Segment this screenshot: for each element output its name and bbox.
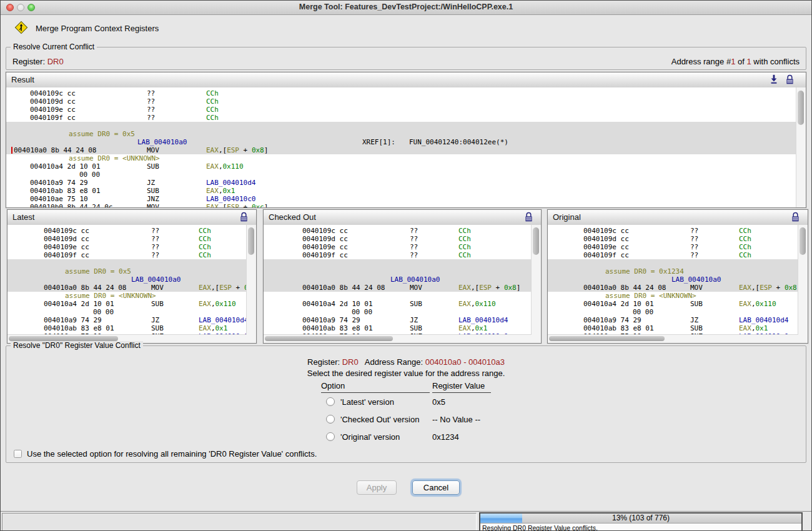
checked-out-pane-body: 0040109c cc??CCh0040109d cc??CCh0040109e…	[264, 225, 541, 343]
cancel-button[interactable]: Cancel	[412, 480, 460, 495]
merge-tool-window: Merge Tool: Features_DevTestProject:/Win…	[0, 0, 812, 531]
result-pane-title: Result	[11, 75, 34, 84]
result-pane: Result 0040109c cc??CCh0040109	[6, 72, 806, 208]
conflict-summary: Register: DR0 Address Range: 004010a0 - …	[6, 357, 806, 367]
original-vertical-scrollbar[interactable]	[798, 225, 808, 343]
instruction-text: Select the desired register value for th…	[6, 369, 806, 378]
apply-button[interactable]: Apply	[357, 480, 397, 495]
checked-out-pane-title: Checked Out	[269, 212, 316, 222]
lock-icon[interactable]	[791, 212, 801, 223]
checked-out-version-radio[interactable]	[326, 415, 335, 424]
checked-out-horizontal-scrollbar[interactable]	[264, 334, 532, 343]
option-checked-out[interactable]: 'Checked Out' version	[326, 414, 419, 424]
resolve-conflict-group: Resolve "DR0" Register Value Conflict Re…	[6, 345, 806, 463]
checked-out-register-value: -- No Value --	[432, 415, 480, 424]
register-name: DR0	[47, 57, 64, 66]
resolve-current-conflict-group: Resolve Current Conflict Register: DR0 A…	[6, 47, 806, 70]
scrollbar-thumb[interactable]	[248, 227, 254, 255]
latest-vertical-scrollbar[interactable]	[246, 225, 256, 343]
original-pane: Original 0040109c cc??CCh0040109d cc??CC…	[547, 209, 808, 344]
checked-out-vertical-scrollbar[interactable]	[531, 225, 541, 343]
status-message-area	[2, 513, 477, 531]
progress-panel: 13% (103 of 776) Resolving DR0 Register …	[479, 512, 803, 530]
phase-header: Merge Program Context Registers	[14, 21, 159, 35]
statusbar-divider	[1, 511, 811, 512]
progress-bar: 13% (103 of 776)	[480, 514, 801, 524]
lock-icon[interactable]	[240, 212, 250, 223]
merge-icon	[14, 21, 28, 36]
address-range: 004010a0 - 004010a3	[425, 357, 505, 367]
result-listing[interactable]: 0040109c cc??CCh0040109d cc??CCh0040109e…	[6, 87, 796, 207]
current-register: Register: DR0	[12, 57, 64, 66]
option-column-header: Option	[321, 381, 430, 393]
latest-register-value: 0x5	[432, 397, 445, 407]
checkbox-label[interactable]: Use the selected option for resolving al…	[27, 449, 317, 459]
option-label[interactable]: 'Latest' version	[340, 397, 394, 407]
result-pane-header: Result	[6, 72, 806, 88]
group-title: Resolve "DR0" Register Value Conflict	[11, 341, 143, 350]
scrollbar-thumb[interactable]	[798, 91, 804, 125]
original-listing[interactable]: 0040109c cc??CCh0040109d cc??CCh0040109e…	[548, 225, 798, 335]
titlebar: Merge Tool: Features_DevTestProject:/Win…	[1, 1, 811, 15]
original-horizontal-scrollbar[interactable]	[548, 334, 798, 343]
scrollbar-thumb[interactable]	[549, 336, 665, 341]
result-pane-body: 0040109c cc??CCh0040109d cc??CCh0040109e…	[6, 87, 806, 207]
original-pane-title: Original	[553, 212, 581, 222]
register-value-column-header: Register Value	[432, 381, 491, 393]
latest-listing[interactable]: 0040109c cc??CCh0040109d cc??CCh0040109e…	[7, 225, 247, 335]
result-vertical-scrollbar[interactable]	[796, 87, 806, 207]
phase-title: Merge Program Context Registers	[36, 24, 159, 33]
scrollbar-thumb[interactable]	[800, 227, 806, 255]
progress-text: 13% (103 of 776)	[480, 514, 801, 523]
option-original[interactable]: 'Original' version	[326, 432, 400, 442]
original-register-value: 0x1234	[432, 432, 459, 442]
checked-out-pane: Checked Out 0040109c cc??CCh0040109d cc?…	[263, 209, 542, 344]
go-to-bottom-icon[interactable]	[770, 74, 780, 86]
lock-icon[interactable]	[525, 212, 535, 223]
latest-version-radio[interactable]	[326, 397, 335, 406]
latest-pane-title: Latest	[12, 212, 34, 222]
latest-pane-header: Latest	[7, 210, 256, 226]
window-title: Merge Tool: Features_DevTestProject:/Win…	[1, 2, 811, 11]
progress-message: Resolving DR0 Register Value conflicts.	[480, 524, 801, 531]
scrollbar-thumb[interactable]	[533, 227, 539, 255]
register-name: DR0	[342, 357, 359, 367]
original-pane-header: Original	[548, 210, 808, 226]
latest-pane: Latest 0040109c cc??CCh0040109d cc??CCh0…	[7, 209, 257, 344]
scrollbar-thumb[interactable]	[265, 336, 393, 341]
original-pane-body: 0040109c cc??CCh0040109d cc??CCh0040109e…	[548, 225, 808, 343]
option-latest[interactable]: 'Latest' version	[326, 397, 394, 407]
checked-out-listing[interactable]: 0040109c cc??CCh0040109d cc??CCh0040109e…	[264, 225, 532, 335]
checked-out-pane-header: Checked Out	[264, 210, 541, 226]
use-for-all-checkbox[interactable]	[14, 450, 22, 458]
lock-icon[interactable]	[786, 74, 796, 86]
original-version-radio[interactable]	[326, 432, 335, 441]
address-range-indicator: Address range #1 of 1 with conflicts	[671, 57, 800, 66]
scrollbar-thumb[interactable]	[9, 336, 118, 341]
latest-pane-body: 0040109c cc??CCh0040109d cc??CCh0040109e…	[7, 225, 256, 343]
option-label[interactable]: 'Original' version	[340, 432, 400, 442]
option-label[interactable]: 'Checked Out' version	[340, 415, 419, 424]
use-for-all-option[interactable]: Use the selected option for resolving al…	[14, 449, 317, 459]
group-title: Resolve Current Conflict	[11, 42, 97, 51]
